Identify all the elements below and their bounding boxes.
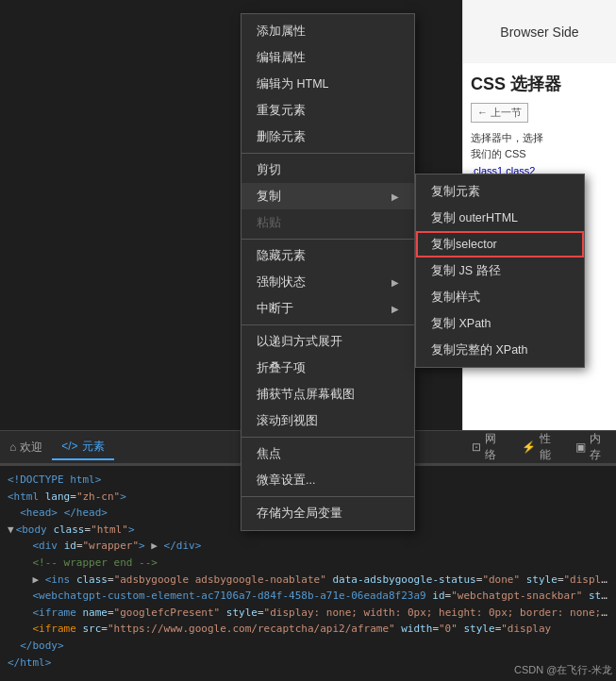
separator-5 <box>241 496 414 497</box>
copy-submenu: 复制元素 复制 outerHTML 复制selector 复制 JS 路径 复制… <box>415 174 585 368</box>
menu-edit-attr[interactable]: 编辑属性 <box>241 44 414 71</box>
menu-scroll-to-view[interactable]: 滚动到视图 <box>241 407 414 434</box>
menu-screenshot[interactable]: 捕获节点屏幕截图 <box>241 381 414 407</box>
separator-3 <box>241 324 414 325</box>
menu-hide[interactable]: 隐藏元素 <box>241 242 414 269</box>
tab-elements-label: 元素 <box>82 439 105 455</box>
submenu-copy-outerhtml[interactable]: 复制 outerHTML <box>416 205 584 231</box>
browser-side-panel: Browser Side <box>462 0 616 63</box>
content-snippet: 选择器中，选择 <box>471 130 608 146</box>
html-line-9: <iframe name="googlefcPresent" style="di… <box>8 605 608 622</box>
separator-4 <box>241 437 414 438</box>
tab-welcome[interactable]: ⌂ 欢迎 <box>0 434 52 460</box>
menu-edit-html[interactable]: 编辑为 HTML <box>241 71 414 97</box>
browser-side-label: Browser Side <box>500 25 578 40</box>
submenu-arrow-2: ▶ <box>391 277 399 288</box>
css-page-title: CSS 选择器 <box>471 73 608 95</box>
menu-focus[interactable]: 焦点 <box>241 440 414 467</box>
home-icon: ⌂ <box>9 440 16 454</box>
html-line-5: <div id="wrapper"> ▶ </div> <box>8 538 608 555</box>
prev-nav-btn[interactable]: ← 上一节 <box>471 103 528 123</box>
menu-delete[interactable]: 删除元素 <box>241 124 414 150</box>
html-line-8: <webchatgpt-custom-element-ac7106a7-d84f… <box>8 588 608 605</box>
tab-performance-label: 性能 <box>540 431 557 463</box>
html-line-7: ▶ <ins class="adsbygoogle adsbygoogle-no… <box>8 572 608 589</box>
html-line-6: <!-- wrapper end --> <box>8 555 608 572</box>
tab-network-label: 网络 <box>485 431 503 463</box>
submenu-copy-full-xpath[interactable]: 复制完整的 XPath <box>416 337 584 363</box>
menu-add-attr[interactable]: 添加属性 <box>241 18 414 44</box>
menu-store-global[interactable]: 存储为全局变量 <box>241 500 414 526</box>
tab-performance[interactable]: ⚡ 性能 <box>512 434 566 460</box>
menu-force-state[interactable]: 强制状态 ▶ <box>241 269 414 295</box>
submenu-copy-element[interactable]: 复制元素 <box>416 178 584 205</box>
content-text2: 我们的 CSS <box>471 146 608 162</box>
tab-memory-label: 内存 <box>590 431 607 463</box>
submenu-copy-styles[interactable]: 复制样式 <box>416 284 584 310</box>
menu-break-at[interactable]: 中断于 ▶ <box>241 295 414 322</box>
csdn-watermark: CSDN @在飞行-米龙 <box>514 663 612 677</box>
menu-copy[interactable]: 复制 ▶ <box>241 183 414 209</box>
devtools-right-tabs: ⊡ 网络 ⚡ 性能 ▣ 内存 <box>462 430 616 464</box>
submenu-copy-js-path[interactable]: 复制 JS 路径 <box>416 257 584 284</box>
network-icon: ⊡ <box>472 440 481 454</box>
menu-cut[interactable]: 剪切 <box>241 157 414 183</box>
separator-2 <box>241 239 414 240</box>
submenu-copy-xpath[interactable]: 复制 XPath <box>416 310 584 337</box>
tab-welcome-label: 欢迎 <box>20 440 42 456</box>
menu-duplicate[interactable]: 重复元素 <box>241 97 414 124</box>
submenu-arrow: ▶ <box>391 191 399 202</box>
menu-badge-settings[interactable]: 微章设置... <box>241 467 414 493</box>
menu-expand-recursive[interactable]: 以递归方式展开 <box>241 328 414 355</box>
tab-elements[interactable]: </> 元素 <box>52 434 113 460</box>
submenu-arrow-3: ▶ <box>391 304 399 314</box>
submenu-copy-selector[interactable]: 复制selector <box>416 231 584 257</box>
performance-icon: ⚡ <box>522 440 536 454</box>
elements-icon: </> <box>61 440 77 453</box>
separator-1 <box>241 153 414 154</box>
html-line-10: <iframe src="https://www.google.com/reca… <box>8 621 608 638</box>
menu-paste: 粘贴 <box>241 209 414 236</box>
memory-icon: ▣ <box>575 440 586 454</box>
menu-collapse[interactable]: 折叠子项 <box>241 355 414 381</box>
context-menu: 添加属性 编辑属性 编辑为 HTML 重复元素 删除元素 剪切 复制 ▶ 粘贴 … <box>241 13 415 531</box>
html-line-11: </body> <box>8 638 608 655</box>
tab-network[interactable]: ⊡ 网络 <box>462 434 512 460</box>
csdn-label: CSDN @在飞行-米龙 <box>514 664 612 675</box>
tab-memory[interactable]: ▣ 内存 <box>566 434 616 460</box>
